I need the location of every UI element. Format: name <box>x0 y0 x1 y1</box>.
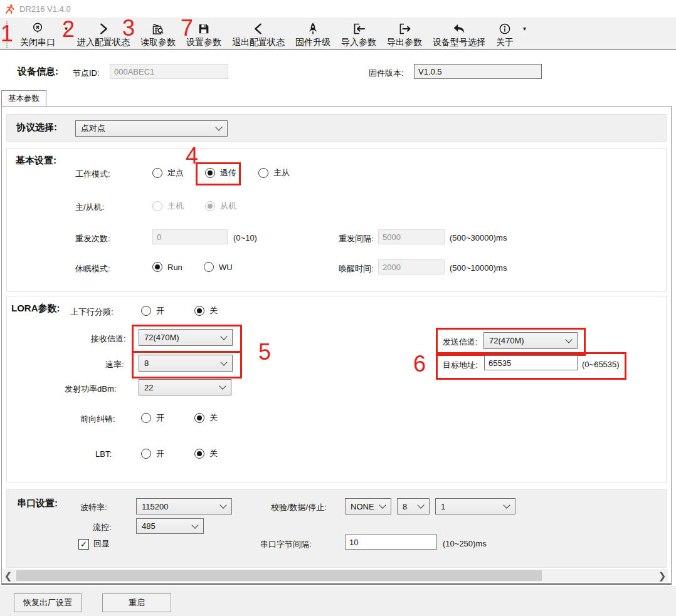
protocol-select[interactable]: 点对点 <box>75 120 228 137</box>
annotation-number-1: 1 <box>1 23 13 45</box>
device-info-label: 设备信息: <box>18 66 58 78</box>
data-bits-select[interactable]: 8 <box>397 498 430 514</box>
updown-split-label: 上下行分频: <box>70 306 114 318</box>
node-id-label: 节点ID: <box>73 68 100 79</box>
tab-basic-params[interactable]: 基本参数 <box>1 90 46 107</box>
scroll-left-arrow[interactable]: ❮ <box>3 569 14 582</box>
lora-title: LORA参数: <box>11 303 60 315</box>
retry-interval-label: 重发间隔: <box>339 233 374 244</box>
radio-circle <box>194 449 204 459</box>
scrollbar-thumb[interactable] <box>16 570 542 581</box>
radio-updown-on[interactable]: 开 <box>141 305 164 316</box>
radio-work-mode-master-slave[interactable]: 主从 <box>258 167 290 179</box>
annotation-box-target-addr <box>436 352 626 380</box>
combo-value: 485 <box>142 521 156 531</box>
node-id-field[interactable]: 000ABEC1 <box>110 64 228 79</box>
import-params-button[interactable]: 导入参数 <box>340 21 378 48</box>
radio-circle <box>141 449 151 459</box>
chevron-down-icon <box>219 382 226 389</box>
radio-circle <box>194 413 204 423</box>
info-icon <box>498 21 512 36</box>
byte-interval-field[interactable]: 10 <box>345 535 437 550</box>
factory-reset-button[interactable]: 恢复出厂设置 <box>14 593 82 612</box>
radio-slave: 从机 <box>205 201 236 212</box>
annotation-number-4: 4 <box>186 145 198 167</box>
radio-circle <box>152 201 162 211</box>
radio-updown-off[interactable]: 关 <box>194 305 218 316</box>
radio-fec-off[interactable]: 关 <box>194 412 218 424</box>
chevron-right-icon <box>97 21 110 36</box>
radio-lbt-on[interactable]: 开 <box>141 448 164 459</box>
firmware-upgrade-button[interactable]: 固件升级 <box>294 21 332 48</box>
tab-label: 基本参数 <box>8 93 40 104</box>
title-bar: DR216 V1.4.0 <box>0 0 676 18</box>
undo-arrow-icon <box>452 21 466 36</box>
combo-value: 8 <box>403 502 407 511</box>
echo-checkbox-row[interactable]: ✓ 回显 <box>78 538 110 550</box>
about-dropdown-caret[interactable]: ▾ <box>523 25 526 32</box>
toolbar-label: 固件升级 <box>295 36 330 48</box>
export-params-button[interactable]: 导出参数 <box>386 21 423 48</box>
flow-control-label: 流控: <box>93 522 112 533</box>
retry-count-field[interactable]: 0 <box>152 229 228 244</box>
sleep-mode-label: 休眠模式: <box>75 263 110 274</box>
combo-value: 22 <box>144 383 153 392</box>
retry-count-label: 重发次数: <box>75 233 110 244</box>
radio-circle <box>205 201 215 211</box>
toolbar-label: 退出配置状态 <box>232 36 285 48</box>
read-params-button[interactable]: 读取参数 <box>139 21 177 48</box>
restart-label: 重启 <box>129 597 145 608</box>
flow-control-select[interactable]: 485 <box>136 518 204 534</box>
stop-bits-select[interactable]: 1 <box>435 498 515 514</box>
scroll-right-arrow[interactable]: ❯ <box>657 569 668 582</box>
close-serial-button[interactable]: 关闭串口 <box>19 21 56 48</box>
radio-work-mode-fixed[interactable]: 定点 <box>152 167 184 179</box>
annotation-number-6: 6 <box>413 353 426 375</box>
retry-interval-value: 5000 <box>383 232 401 242</box>
tx-power-select[interactable]: 22 <box>139 379 231 395</box>
baud-select[interactable]: 115200 <box>136 498 232 514</box>
import-icon <box>351 21 366 36</box>
checkbox-checked-icon[interactable]: ✓ <box>78 539 89 550</box>
restart-button[interactable]: 重启 <box>102 593 171 612</box>
serial-close-pin-icon <box>30 21 45 36</box>
retry-count-value: 0 <box>157 232 161 242</box>
radio-lbt-off[interactable]: 关 <box>194 448 218 459</box>
device-model-select-button[interactable]: 设备型号选择 <box>431 21 487 48</box>
firmware-label: 固件版本: <box>369 68 404 79</box>
rocket-icon <box>306 21 320 36</box>
master-slave-label: 主/从机: <box>75 202 104 213</box>
work-mode-label: 工作模式: <box>75 169 110 180</box>
chevron-left-icon <box>251 21 265 36</box>
basic-settings-title: 基本设置: <box>16 155 56 167</box>
wake-time-value: 2000 <box>383 263 401 272</box>
annotation-box-4 <box>196 162 241 185</box>
parity-select[interactable]: NONE <box>345 498 391 514</box>
fec-label: 前向纠错: <box>80 414 115 425</box>
retry-interval-hint: (500~30000)ms <box>450 233 507 243</box>
serial-title: 串口设置: <box>17 498 58 509</box>
combo-value: 点对点 <box>81 123 105 134</box>
about-button[interactable]: 关于 <box>495 21 515 48</box>
exit-config-button[interactable]: 退出配置状态 <box>231 21 286 48</box>
radio-sleep-run[interactable]: Run <box>152 262 182 272</box>
app-logo-runner-icon <box>4 4 15 14</box>
chevron-down-icon <box>191 521 198 528</box>
annotation-number-5: 5 <box>258 341 271 363</box>
chevron-down-icon <box>503 501 510 508</box>
radio-master: 主机 <box>152 201 184 212</box>
byte-interval-hint: (10~250)ms <box>443 539 487 548</box>
lbt-label: LBT: <box>95 449 112 459</box>
radio-sleep-wu[interactable]: WU <box>204 262 233 272</box>
wake-time-label: 唤醒时间: <box>339 263 374 274</box>
wake-time-field[interactable]: 2000 <box>378 259 445 274</box>
export-icon <box>397 21 412 36</box>
firmware-field[interactable]: V1.0.5 <box>414 64 542 79</box>
byte-interval-value: 10 <box>349 538 358 547</box>
annotation-number-2: 2 <box>62 18 75 41</box>
chevron-down-icon <box>215 123 222 130</box>
retry-interval-field[interactable]: 5000 <box>378 229 445 244</box>
horizontal-scrollbar[interactable]: ❮ ❯ <box>3 569 668 582</box>
radio-fec-on[interactable]: 开 <box>141 412 164 424</box>
radio-circle <box>204 262 214 272</box>
